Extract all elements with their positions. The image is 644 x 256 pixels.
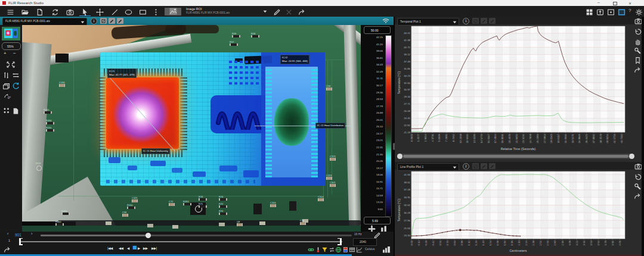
move-tool-icon[interactable] xyxy=(96,8,104,16)
table-icon[interactable] xyxy=(349,246,355,253)
delete-roi-icon[interactable] xyxy=(285,8,293,16)
skip-start-button[interactable]: |◀◀ xyxy=(107,246,113,250)
temporal-pan-icon[interactable] xyxy=(634,38,642,45)
temporal-plot-chart[interactable]: 44.0142.3840.7539.1237.4935.8634.2332.60… xyxy=(395,24,634,154)
swap-icon[interactable] xyxy=(329,246,335,253)
ellipse-tool-icon[interactable] xyxy=(125,8,132,16)
temporal-xrange-handle-left[interactable] xyxy=(397,154,402,159)
ic1-roi-label[interactable]: IC#1Max: 42.77 (421, 479) xyxy=(107,68,137,78)
colorbar-max-box[interactable]: 50.00 xyxy=(364,26,391,34)
svg-text:36.4425: 36.4425 xyxy=(585,133,588,143)
close-button[interactable]: ✕ xyxy=(628,1,631,5)
profile-undo-icon[interactable] xyxy=(634,173,642,181)
svg-text:34.23: 34.23 xyxy=(404,74,410,77)
roi-selector-file: FLIR A8581 FLIR MIX PCB-0001.ats xyxy=(186,11,230,14)
colorbar-tick: 36.81 xyxy=(366,57,383,60)
play-button[interactable]: ▶ xyxy=(138,246,140,250)
image-tab-badge: 1 xyxy=(91,18,97,24)
rectangle-tool-icon[interactable] xyxy=(139,8,147,16)
zoom-in-button[interactable]: + xyxy=(4,51,7,56)
range-track[interactable] xyxy=(20,241,342,242)
colorbar-gradient[interactable] xyxy=(385,35,392,217)
thermometer-icon[interactable] xyxy=(315,246,321,253)
line-tool-icon[interactable] xyxy=(111,8,119,16)
timeline-right-icons xyxy=(308,245,365,255)
timeline-export-icon[interactable] xyxy=(4,246,11,254)
ic2-tag-label[interactable]: IC #2 Heat Distribution xyxy=(315,123,345,129)
add-window-icon[interactable] xyxy=(607,8,615,16)
rewind-button[interactable]: ◀◀ xyxy=(119,246,123,250)
zoom-level-box[interactable]: 55% xyxy=(2,42,21,50)
profile-plot-btn-2[interactable] xyxy=(481,163,487,169)
temporal-xrange-handle-right[interactable] xyxy=(629,154,634,159)
profile-plot-btn-3[interactable] xyxy=(489,163,496,169)
svg-text:30.29: 30.29 xyxy=(404,211,410,214)
fast-forward-button[interactable]: ▶▶ xyxy=(143,246,147,250)
temporal-bookmark-icon[interactable] xyxy=(634,57,642,64)
globe-icon[interactable] xyxy=(335,246,342,253)
layout-grid-icon[interactable] xyxy=(586,8,593,16)
viewer-thumbnail[interactable] xyxy=(2,27,20,40)
ic1-tag-label[interactable]: IC #1 Heat Uniformity xyxy=(141,148,170,154)
prev-frame-button[interactable]: ◀ xyxy=(127,246,129,250)
temporal-plot-btn-3[interactable] xyxy=(489,18,496,24)
camera-tool-icon[interactable] xyxy=(66,8,74,16)
temporal-undo-icon[interactable] xyxy=(634,28,642,36)
link-icon[interactable] xyxy=(308,246,314,253)
palette-stack-icon[interactable] xyxy=(342,246,349,253)
fit-to-window-icon[interactable] xyxy=(6,61,16,68)
roi-dropdown-caret-icon[interactable] xyxy=(263,10,267,13)
upload-icon[interactable] xyxy=(596,8,604,16)
timeline-handle[interactable] xyxy=(145,233,151,238)
open-file-icon[interactable] xyxy=(21,8,29,16)
menu-icon[interactable] xyxy=(7,8,14,16)
skip-end-button[interactable]: ▶▶| xyxy=(151,246,157,250)
line-chart-icon[interactable] xyxy=(356,246,363,253)
stop-button[interactable]: ■ xyxy=(132,245,137,250)
colorbar-tick: 29.36 xyxy=(366,91,383,94)
flip-vertical-icon[interactable] xyxy=(2,71,10,79)
ic2-roi-label[interactable]: IC#2Max: 24.91 (566, 468) xyxy=(280,55,309,64)
temporal-export-icon[interactable] xyxy=(634,66,642,74)
sync-icon[interactable] xyxy=(51,8,59,16)
layers-icon[interactable] xyxy=(2,83,10,90)
profile-settings-icon[interactable] xyxy=(634,183,642,191)
page-icon[interactable] xyxy=(12,107,20,115)
svg-text:32.0694: 32.0694 xyxy=(564,133,567,143)
colorbar-tick: 16.91 xyxy=(366,180,383,183)
edit-roi-icon[interactable] xyxy=(273,8,281,16)
new-file-icon[interactable] xyxy=(36,8,44,16)
more-tools-icon[interactable] xyxy=(152,8,160,16)
temporal-settings-icon[interactable] xyxy=(634,47,642,55)
help-button[interactable]: ? xyxy=(628,8,631,13)
minimize-button[interactable]: – xyxy=(597,0,600,4)
svg-text:4.3731: 4.3731 xyxy=(431,133,434,142)
profile-export-icon[interactable] xyxy=(634,192,642,200)
zoom-out-button[interactable]: − xyxy=(13,51,16,56)
ic2-roi-panel xyxy=(265,67,318,177)
image-tab-btn-2[interactable] xyxy=(109,18,115,24)
flip-horizontal-icon[interactable] xyxy=(12,71,20,79)
thermal-image-canvas[interactable]: R59R58R57C134R455R456R231TP29C53C123C124… xyxy=(22,25,361,232)
colorbar-tick: 32.49 xyxy=(366,70,383,73)
settings-gear-icon[interactable] xyxy=(635,8,643,16)
restore-button[interactable] xyxy=(613,2,617,6)
colorbar-min-box[interactable]: 5.69 xyxy=(364,217,391,224)
prev-frame-chevron[interactable]: ‹ xyxy=(7,232,8,236)
image-tab-btn-3[interactable] xyxy=(117,18,123,24)
image-tab-btn-1[interactable] xyxy=(100,18,107,24)
histogram-icon[interactable] xyxy=(382,245,391,253)
export-roi-icon[interactable] xyxy=(298,8,306,16)
rotate-ccw-icon[interactable] xyxy=(12,82,20,90)
temporal-plot-btn-2[interactable] xyxy=(481,18,487,24)
next-frame-chevron[interactable]: › xyxy=(31,232,32,236)
current-layout-icon[interactable] xyxy=(618,8,626,16)
profile-plot-btn-1[interactable] xyxy=(472,163,479,169)
colorbar-tick: 39.06 xyxy=(366,49,383,52)
image-tab-dropdown[interactable]: FLIR A8581 FLIR MIX PCB-0001.ats xyxy=(2,18,87,26)
filter-icon[interactable] xyxy=(321,246,328,253)
svg-text:20.4078: 20.4078 xyxy=(508,133,511,143)
temporal-plot-btn-1[interactable] xyxy=(472,18,479,24)
palette-grid-icon[interactable] xyxy=(3,107,10,114)
profile-plot-chart[interactable]: 41.9439.6137.2834.9532.6230.2927.9625.63… xyxy=(395,170,634,256)
